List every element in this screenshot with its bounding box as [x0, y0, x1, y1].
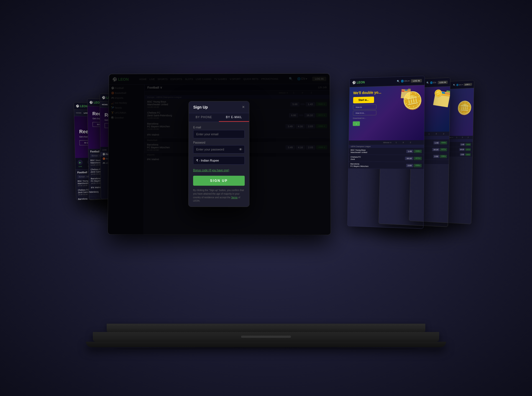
laptop-body [86, 324, 446, 351]
right1-download-text: Download ou... [353, 116, 420, 119]
password-eye-icon[interactable]: 👁 [239, 147, 242, 151]
modal-body: E-mail Password 👁 [189, 122, 249, 207]
signup-modal: Sign Up × BY PHONE BY E-MAIL E-mail [188, 101, 250, 207]
right1-howto-btn-2[interactable]: How to w... [353, 110, 377, 116]
screen-main: ⚽ LEON HOME LIVE SPORTS ESPORTS SLOTS LI… [108, 73, 331, 235]
currency-form-group: ₹ - Indian Rupee [193, 156, 245, 164]
email-input[interactable] [193, 130, 245, 138]
right1-dl-btn[interactable]: ↓ [353, 121, 360, 126]
terms-link[interactable]: Terms [231, 196, 237, 198]
signup-submit-btn[interactable]: SIGN UP [193, 175, 245, 185]
password-label: Password [193, 141, 245, 144]
tab-live[interactable]: ▶ Live [78, 160, 83, 167]
password-form-group: Password 👁 [193, 141, 245, 154]
screens-stack: ⚽ LEON LOG IN HOME LIVE SPORTS ESPORTS S… [86, 62, 446, 312]
laptop-shadow [114, 347, 418, 351]
modal-title: Sign Up [193, 105, 208, 109]
far-right-coin: 🪙 [456, 100, 473, 116]
password-input-wrapper: 👁 [193, 145, 245, 154]
screen1-logo: ⚽ LEON [76, 104, 88, 108]
right1-winner-label: Winner [383, 141, 390, 144]
right1-start-btn[interactable]: Start w... [353, 96, 374, 103]
bonus-code-section: Bonus code (if you have one) [193, 167, 245, 172]
screen1-nav-home: HOME [76, 112, 81, 114]
email-form-group: E-mail [193, 126, 245, 138]
currency-select[interactable]: ₹ - Indian Rupee [193, 156, 245, 164]
password-input[interactable] [193, 145, 245, 154]
modal-close-btn[interactable]: × [242, 104, 245, 109]
laptop-touchpad-hint [241, 336, 291, 338]
main-scene: ⚽ LEON LOG IN HOME LIVE SPORTS ESPORTS S… [72, 32, 460, 364]
screen-right-1: ⚽ LEON 🔍 🌐 EN ▾ LOG IN 🪙 🗂️ We'll double… [347, 76, 425, 229]
modal-tab-phone[interactable]: BY PHONE [189, 113, 219, 122]
terms-text: By clicking the "Sign up" button, you co… [193, 188, 245, 203]
right1-howto-btn-1[interactable]: How to [353, 104, 377, 109]
laptop-keyboard-bar [93, 332, 439, 342]
laptop-bezel-bottom [107, 324, 425, 332]
bonus-code-link[interactable]: Bonus code (if you have one) [193, 168, 229, 172]
email-label: E-mail [193, 126, 245, 129]
modal-overlay: Sign Up × BY PHONE BY E-MAIL E-mail [108, 73, 331, 235]
laptop-base-platform [86, 342, 446, 347]
screen1-football-label: Football ∨ [77, 171, 90, 174]
modal-tab-email[interactable]: BY E-MAIL [219, 113, 249, 122]
